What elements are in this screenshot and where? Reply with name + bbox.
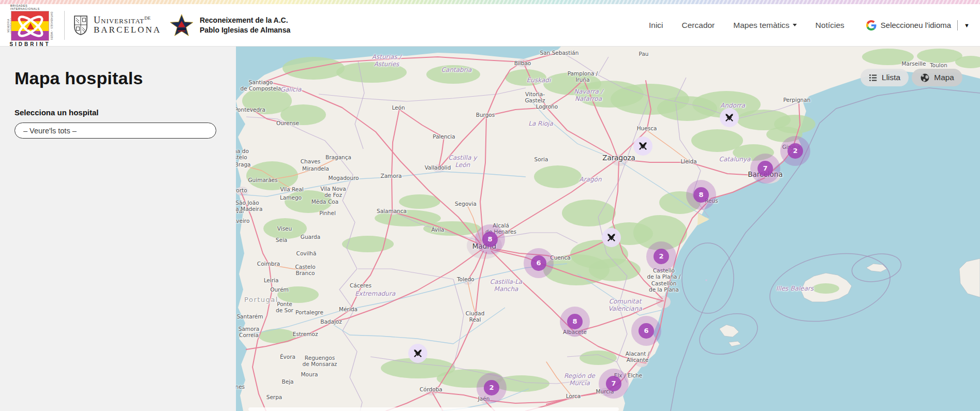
hospital-cluster-marker[interactable]: 8 xyxy=(475,224,505,254)
header-divider xyxy=(64,11,65,40)
main-nav: IniciCercadorMapes temàticsNotícies xyxy=(649,21,844,30)
map-toggle-label: Llista xyxy=(882,73,900,82)
crossed-swords-icon xyxy=(637,140,649,152)
hospital-select[interactable]: – Veure'ls tots – xyxy=(14,123,216,139)
ub-name-line2: BARCELONA xyxy=(94,25,161,35)
ac-star-badge-icon xyxy=(170,13,194,38)
sidbrint-logo-right-text: DATABASES - WEBS xyxy=(49,11,53,41)
crossed-swords-icon xyxy=(723,112,735,124)
chevron-down-icon xyxy=(793,24,797,26)
map-toggle-label: Mapa xyxy=(934,73,954,82)
ub-name-line1: Universitat xyxy=(94,15,144,25)
hospital-cluster-marker[interactable]: 2 xyxy=(780,136,810,166)
hospital-cluster-marker[interactable]: 7 xyxy=(599,369,629,399)
sidbrint-logo[interactable]: BRIGADES INTERNACIONALS MEMORIA HISTÒRIC… xyxy=(4,4,56,47)
cluster-count: 7 xyxy=(758,161,773,176)
hospital-cluster-marker[interactable]: 2 xyxy=(477,373,507,403)
battle-marker[interactable] xyxy=(408,344,427,363)
translate-label: Seleccioneu l'idioma xyxy=(881,21,951,29)
ac-text-line1: Reconeixement de la A.C. xyxy=(200,16,290,25)
nav-item-label: Cercador xyxy=(682,21,715,30)
hospital-cluster-marker[interactable]: 6 xyxy=(631,316,661,346)
map-markers-layer: 2788628672 xyxy=(236,47,980,411)
cluster-count: 7 xyxy=(606,376,621,391)
nav-item-label: Mapes temàtics xyxy=(733,21,790,30)
sidbrint-logo-left-text: MEMORIA HISTÒRICA xyxy=(7,11,11,41)
hospital-cluster-marker[interactable]: 7 xyxy=(750,154,780,184)
cluster-count: 2 xyxy=(654,249,669,264)
google-icon xyxy=(866,20,877,31)
hospital-cluster-marker[interactable]: 6 xyxy=(524,248,554,278)
sidbrint-logo-top-text: BRIGADES INTERNACIONALS xyxy=(4,4,56,10)
hospital-select-label: Selecciona un hospital xyxy=(14,108,221,117)
sidbrint-flag-icon xyxy=(11,11,49,41)
hospital-cluster-marker[interactable]: 8 xyxy=(560,307,590,337)
nav-item-label: Inici xyxy=(649,21,663,30)
ub-logo[interactable]: UniversitatDE BARCELONA xyxy=(73,15,161,36)
hospital-cluster-marker[interactable]: 8 xyxy=(686,180,716,210)
map-toggle-mapa[interactable]: Mapa xyxy=(912,69,962,86)
hospital-cluster-marker[interactable]: 2 xyxy=(646,241,676,271)
nav-item-cercador[interactable]: Cercador xyxy=(682,21,715,30)
map-view-toggle: LlistaMapa xyxy=(860,69,962,86)
decorative-top-strip xyxy=(0,0,980,4)
translate-dropdown-arrow[interactable]: ▼ xyxy=(964,22,970,28)
nav-item-mapes-tem-tics[interactable]: Mapes temàtics xyxy=(733,21,797,30)
page-title: Mapa hospitals xyxy=(14,68,221,88)
ac-text-line2: Pablo Iglesias de Almansa xyxy=(200,25,290,35)
list-icon xyxy=(869,73,878,82)
cluster-count: 8 xyxy=(567,314,583,329)
translate-separator xyxy=(957,20,958,31)
sidebar: Mapa hospitals Selecciona un hospital – … xyxy=(0,47,236,411)
crossed-swords-icon xyxy=(412,347,424,359)
ac-logo[interactable]: Reconeixement de la A.C. Pablo Iglesias … xyxy=(170,13,290,38)
cluster-count: 8 xyxy=(482,232,498,247)
horizontal-scrollbar[interactable] xyxy=(248,407,619,411)
battle-marker[interactable] xyxy=(633,136,652,156)
nav-item-inici[interactable]: Inici xyxy=(649,21,663,30)
ub-de: DE xyxy=(144,16,151,21)
nav-item-not-cies[interactable]: Notícies xyxy=(815,21,844,30)
cluster-count: 2 xyxy=(788,143,803,159)
battle-marker[interactable] xyxy=(602,228,621,247)
globe-icon xyxy=(920,73,930,83)
cluster-count: 2 xyxy=(484,380,499,395)
site-header: BRIGADES INTERNACIONALS MEMORIA HISTÒRIC… xyxy=(0,4,980,47)
google-translate-widget[interactable]: Seleccioneu l'idioma ▼ xyxy=(866,20,970,31)
crossed-swords-icon xyxy=(605,232,617,243)
nav-item-label: Notícies xyxy=(815,21,844,30)
cluster-count: 6 xyxy=(639,323,654,339)
battle-marker[interactable] xyxy=(720,108,739,127)
cluster-count: 8 xyxy=(693,187,709,203)
map-canvas[interactable]: MadridBarcelonaZaragozaSantiago de Compo… xyxy=(236,47,980,411)
cluster-count: 6 xyxy=(531,255,546,271)
ub-shield-icon xyxy=(73,15,88,36)
map-toggle-llista[interactable]: Llista xyxy=(860,69,909,86)
